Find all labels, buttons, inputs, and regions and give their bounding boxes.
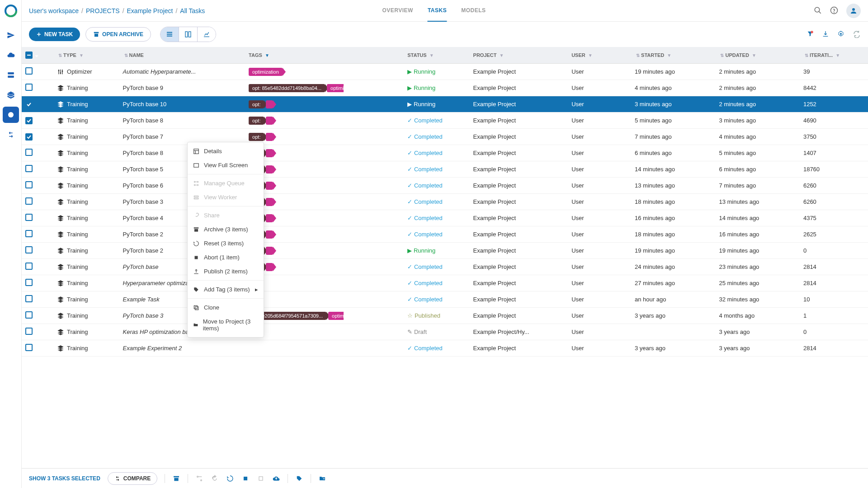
tag[interactable]: opt:: [249, 117, 264, 125]
table-row[interactable]: TrainingHyperparameter optimizati...✓ Co…: [22, 275, 868, 291]
download-icon[interactable]: [822, 30, 829, 39]
table-row[interactable]: TrainingPyTorch base 8opt:✓ CompletedExa…: [22, 145, 868, 161]
table-row[interactable]: TrainingPyTorch base 7opt:✓ CompletedExa…: [22, 129, 868, 145]
tag[interactable]: optimi...: [327, 84, 344, 92]
tag[interactable]: [266, 263, 273, 271]
row-checkbox[interactable]: [25, 149, 33, 156]
menu-details[interactable]: Details: [188, 144, 264, 158]
app-logo[interactable]: [4, 4, 18, 18]
tag[interactable]: optimi...: [328, 312, 344, 320]
compare-button[interactable]: COMPARE: [108, 472, 157, 485]
col-started[interactable]: ⇅ STARTED ▼: [631, 47, 715, 64]
table-row[interactable]: TrainingPyTorch base 2opt:▶ RunningExamp…: [22, 243, 868, 259]
table-row[interactable]: TrainingKeras HP optimization base✎ Draf…: [22, 324, 868, 340]
tag[interactable]: [266, 214, 273, 222]
breadcrumb-projects[interactable]: PROJECTS: [86, 7, 120, 14]
tag[interactable]: [266, 149, 273, 157]
view-list-button[interactable]: [160, 27, 179, 42]
search-icon[interactable]: [814, 6, 823, 15]
footer-queue-icon[interactable]: [195, 474, 203, 483]
row-checkbox[interactable]: [25, 311, 33, 319]
new-task-button[interactable]: NEW TASK: [29, 28, 80, 41]
tag[interactable]: [266, 133, 273, 141]
row-checkbox[interactable]: [25, 230, 33, 237]
row-checkbox[interactable]: [25, 263, 33, 270]
select-all-checkbox[interactable]: [25, 52, 33, 59]
open-archive-button[interactable]: OPEN ARCHIVE: [85, 27, 151, 42]
tag[interactable]: opt:: [249, 133, 264, 141]
menu-add-tag[interactable]: Add Tag (3 items)▸: [188, 282, 264, 296]
col-updated[interactable]: ⇅ UPDATED ▼: [715, 47, 799, 64]
selection-label[interactable]: SHOW 3 TASKS SELECTED: [29, 475, 100, 482]
footer-move-icon[interactable]: [318, 474, 326, 483]
menu-reset[interactable]: Reset (3 items): [188, 236, 264, 250]
row-checkbox[interactable]: [25, 344, 33, 351]
row-checkbox[interactable]: [25, 328, 33, 335]
table-row[interactable]: TrainingPyTorch base 6opt:✓ CompletedExa…: [22, 178, 868, 194]
table-row[interactable]: TrainingPyTorch baseopt:✓ CompletedExamp…: [22, 259, 868, 275]
refresh-icon[interactable]: [853, 30, 861, 39]
table-row[interactable]: TrainingPyTorch base 8opt:✓ CompletedExa…: [22, 113, 868, 129]
row-checkbox[interactable]: [25, 67, 33, 75]
menu-archive[interactable]: Archive (3 items): [188, 222, 264, 236]
tab-models[interactable]: MODELS: [461, 0, 486, 22]
row-checkbox[interactable]: [25, 165, 33, 172]
help-icon[interactable]: [830, 6, 839, 15]
sidebar-brain-icon[interactable]: [3, 107, 19, 123]
table-row[interactable]: TrainingExample Task✓ CompletedExample P…: [22, 291, 868, 308]
tag[interactable]: [266, 165, 273, 174]
col-user[interactable]: USER ▼: [568, 47, 631, 64]
row-checkbox[interactable]: [25, 246, 33, 253]
tab-tasks[interactable]: TASKS: [428, 0, 447, 22]
settings-icon[interactable]: [837, 30, 844, 39]
tag[interactable]: [266, 198, 273, 206]
table-row[interactable]: TrainingPyTorch base 3opt: e205d684f7954…: [22, 308, 868, 324]
breadcrumb-workspace[interactable]: User's workspace: [29, 7, 79, 14]
row-checkbox[interactable]: [25, 214, 33, 221]
footer-retry-icon[interactable]: [211, 474, 219, 483]
footer-stop-outline-icon[interactable]: [257, 474, 265, 483]
table-row[interactable]: OptimizerAutomatic Hyperparamete...optim…: [22, 64, 868, 80]
table-row[interactable]: TrainingPyTorch base 9opt: 85e5482ddd714…: [22, 80, 868, 96]
tag[interactable]: [266, 182, 273, 190]
menu-move-to-project[interactable]: Move to Project (3 items): [188, 314, 264, 335]
row-checkbox[interactable]: [25, 181, 33, 188]
tag[interactable]: optimization: [249, 68, 283, 76]
col-name[interactable]: ⇅ NAME: [119, 47, 245, 64]
view-chart-button[interactable]: [197, 27, 216, 42]
table-row[interactable]: TrainingPyTorch base 2opt:✓ CompletedExa…: [22, 226, 868, 243]
table-row[interactable]: TrainingPyTorch base 5opt:✓ CompletedExa…: [22, 161, 868, 178]
tag[interactable]: [266, 247, 273, 255]
tag[interactable]: opt:: [249, 100, 264, 108]
col-project[interactable]: PROJECT ▼: [470, 47, 568, 64]
footer-tag-icon[interactable]: [295, 474, 303, 483]
menu-publish[interactable]: Publish (2 items): [188, 264, 264, 278]
tab-overview[interactable]: OVERVIEW: [382, 0, 413, 22]
tag[interactable]: [266, 100, 273, 108]
row-checkbox[interactable]: [25, 279, 33, 286]
filter-active-icon[interactable]: [807, 30, 814, 39]
table-row[interactable]: TrainingPyTorch base 10opt:▶ RunningExam…: [22, 96, 868, 113]
col-iterations[interactable]: ⇅ ITERATI... ▼: [800, 47, 868, 64]
sidebar-layers-icon[interactable]: [3, 87, 19, 103]
sidebar-compare-icon[interactable]: [3, 127, 19, 143]
view-grid-button[interactable]: [179, 27, 197, 42]
sidebar-send-icon[interactable]: [3, 27, 19, 43]
col-type[interactable]: ⇅ TYPE ▼: [53, 47, 119, 64]
row-checkbox[interactable]: [25, 84, 33, 91]
menu-abort[interactable]: Abort (1 item): [188, 250, 264, 264]
col-status[interactable]: STATUS ▼: [404, 47, 469, 64]
footer-reset-icon[interactable]: [226, 474, 234, 483]
col-tags[interactable]: TAGS ▼: [245, 47, 404, 64]
footer-stop-icon[interactable]: [241, 474, 250, 483]
sidebar-cloud-icon[interactable]: [3, 47, 19, 63]
row-checkbox[interactable]: [25, 133, 33, 141]
user-avatar[interactable]: [846, 4, 861, 18]
row-checkbox[interactable]: [25, 101, 33, 108]
menu-full-screen[interactable]: View Full Screen: [188, 158, 264, 172]
table-row[interactable]: TrainingPyTorch base 3opt:✓ CompletedExa…: [22, 194, 868, 210]
tag[interactable]: opt: 85e5482ddd7149b8ba04...: [249, 84, 325, 92]
table-row[interactable]: TrainingExample Experiment 2✓ CompletedE…: [22, 340, 868, 357]
tag[interactable]: [266, 117, 273, 125]
sidebar-server-icon[interactable]: [3, 67, 19, 83]
